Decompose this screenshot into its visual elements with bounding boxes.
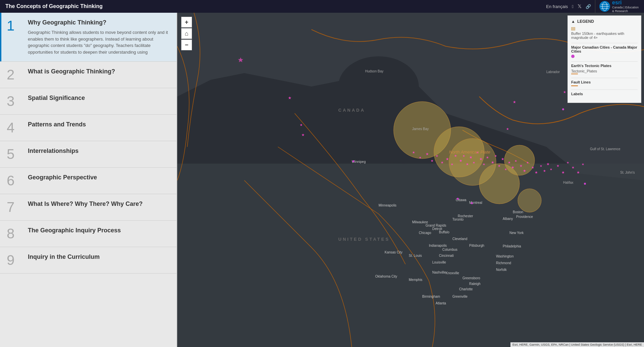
sidebar-item-number-1: 1 (7, 19, 25, 33)
svg-text:★: ★ (486, 156, 489, 159)
svg-text:Minneapolis: Minneapolis (379, 204, 396, 207)
svg-text:Philadelphia: Philadelphia (503, 244, 521, 248)
svg-text:Cincinnati: Cincinnati (439, 254, 454, 257)
svg-text:★: ★ (582, 163, 584, 166)
sidebar-item-number-8: 8 (7, 227, 25, 241)
svg-text:Hudson Bay: Hudson Bay (365, 69, 383, 73)
sidebar-item-number-3: 3 (7, 94, 25, 108)
share-link-icon[interactable]: 🔗 (586, 4, 591, 9)
svg-text:Albany: Albany (503, 217, 513, 221)
legend-labels-section: Labels (571, 92, 638, 96)
svg-text:★: ★ (459, 159, 462, 163)
language-link[interactable]: En français (546, 4, 568, 9)
svg-text:CANADA: CANADA (338, 108, 365, 113)
zoom-in-button[interactable]: + (181, 17, 192, 27)
svg-point-121 (584, 183, 586, 185)
svg-text:★: ★ (473, 161, 475, 164)
svg-text:★: ★ (426, 152, 429, 156)
svg-text:Providence: Providence (516, 215, 533, 219)
svg-text:St. John's: St. John's (620, 171, 635, 174)
svg-text:Richmond: Richmond (496, 261, 511, 265)
esri-text: esri (612, 0, 639, 6)
sidebar-item-title-7: What Is Where? Why There? Why Care? (28, 200, 170, 208)
svg-text:★: ★ (300, 123, 303, 127)
legend-plates-symbol (571, 73, 578, 74)
svg-text:★: ★ (469, 155, 473, 159)
map-area[interactable]: ★ ★ ★ ★ ★ ★ ★ ★ ★ ★ ★ ★ ★ ★ ★ ★ ★ ★ ★ ★ … (177, 13, 644, 347)
svg-text:James Bay: James Bay (412, 127, 429, 131)
svg-text:Washington: Washington (496, 254, 513, 258)
legend-faults-item (571, 85, 638, 86)
svg-text:★: ★ (504, 168, 507, 171)
svg-text:★: ★ (412, 151, 415, 154)
legend-plates-item (571, 73, 638, 74)
sidebar-item-8[interactable]: 8The Geographic Inquiry Process (0, 221, 177, 247)
sidebar-item-4[interactable]: 4Patterns and Trends (0, 115, 177, 141)
svg-text:★: ★ (483, 163, 485, 166)
home-button[interactable]: ⌂ (181, 28, 192, 39)
svg-text:Greensboro: Greensboro (462, 276, 480, 280)
sidebar-item-5[interactable]: 5Interrelationships (0, 141, 177, 168)
svg-text:Chicago: Chicago (419, 231, 431, 235)
zoom-out-button[interactable]: − (181, 40, 192, 50)
svg-text:★: ★ (451, 163, 453, 166)
header-right: En français  𝕏 🔗 esri Canada | Educatio… (546, 0, 639, 13)
svg-text:★: ★ (526, 161, 529, 164)
legend-cities-section: Major Canadian Cities - Canada Major Cit… (571, 45, 638, 58)
svg-text:★: ★ (550, 168, 552, 171)
sidebar-item-title-3: Spatial Significance (28, 94, 170, 102)
svg-text:Nashville: Nashville (432, 271, 446, 274)
svg-text:North American Plate: North American Plate (449, 150, 490, 155)
sidebar-item-2[interactable]: 2What is Geographic Thinking? (0, 62, 177, 88)
svg-text:Memphis: Memphis (409, 278, 423, 282)
sidebar-item-title-2: What is Geographic Thinking? (28, 68, 170, 75)
sidebar-item-1[interactable]: 1Why Geographic Thinking?Geographic Thin… (0, 13, 177, 62)
svg-text:Gulf of St. Lawrence: Gulf of St. Lawrence (590, 147, 621, 151)
sidebar-item-3[interactable]: 3Spatial Significance (0, 88, 177, 115)
svg-text:★: ★ (508, 161, 511, 164)
twitter-icon[interactable]: 𝕏 (578, 3, 582, 9)
svg-text:★: ★ (514, 159, 517, 163)
svg-text:★: ★ (446, 157, 449, 161)
svg-text:★: ★ (561, 170, 565, 174)
legend-faults-title: Fault Lines (571, 80, 638, 84)
svg-text:Cleveland: Cleveland (452, 237, 467, 241)
svg-text:★: ★ (479, 157, 483, 161)
svg-text:Boston: Boston (513, 210, 523, 214)
svg-text:★: ★ (436, 154, 438, 158)
sidebar-item-6[interactable]: 6Geographic Perspective (0, 168, 177, 194)
svg-text:★: ★ (546, 162, 550, 166)
sidebar-item-9[interactable]: 9Inquiry in the Curriculum (0, 247, 177, 274)
legend-plates-section: Earth's Tectonic Plates Tectonic_Plates (571, 64, 638, 74)
legend-collapse-icon[interactable]: ▲ (571, 19, 575, 24)
sidebar-item-7[interactable]: 7What Is Where? Why There? Why Care? (0, 194, 177, 221)
svg-text:Kansas City: Kansas City (385, 250, 402, 254)
svg-text:★: ★ (501, 157, 504, 161)
legend-header: ▲ LEGEND (571, 19, 638, 24)
svg-text:★: ★ (535, 170, 538, 174)
svg-text:Toronto: Toronto (452, 218, 464, 221)
legend-buffer-item (571, 27, 638, 31)
facebook-icon[interactable]:  (572, 4, 574, 9)
sidebar-item-title-8: The Geographic Inquiry Process (28, 227, 170, 234)
sidebar-item-number-2: 2 (7, 68, 25, 82)
svg-text:★: ★ (511, 165, 514, 169)
esri-subtitle: Canada | Education& Research (612, 6, 639, 13)
esri-brand: esri Canada | Education& Research (612, 0, 639, 13)
legend-buffer-section: Buffer 150km - earthquakes with magnitud… (571, 27, 638, 40)
svg-text:Charlotte: Charlotte (459, 287, 473, 291)
svg-text:Columbus: Columbus (442, 248, 457, 251)
svg-text:★: ★ (462, 154, 465, 158)
sidebar-item-number-7: 7 (7, 200, 25, 214)
svg-text:★: ★ (419, 156, 422, 159)
svg-text:★: ★ (556, 164, 559, 168)
svg-text:Knoxville: Knoxville (446, 271, 459, 275)
svg-text:Greenville: Greenville (452, 295, 467, 298)
svg-text:St. Louis: St. Louis (409, 254, 422, 257)
svg-point-118 (457, 198, 459, 200)
sidebar: 1Why Geographic Thinking?Geographic Thin… (0, 13, 177, 347)
legend-plates-title: Earth's Tectonic Plates (571, 64, 638, 68)
svg-text:★: ★ (572, 166, 575, 169)
svg-text:★: ★ (577, 170, 580, 174)
sidebar-item-title-6: Geographic Perspective (28, 174, 170, 181)
